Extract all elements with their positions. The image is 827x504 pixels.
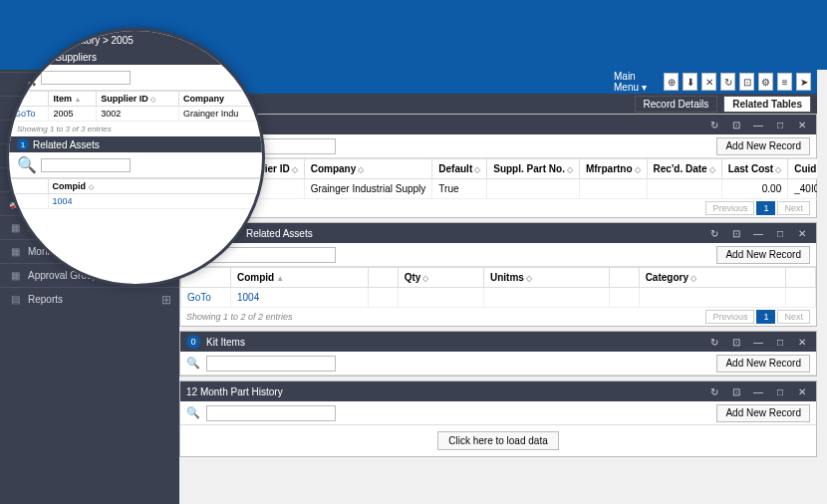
toolbar-btn-settings[interactable]: ⚙ (758, 73, 773, 91)
col-category[interactable]: Category◇ (639, 268, 786, 288)
cell-compid[interactable]: 1004 (48, 194, 261, 209)
goto-link[interactable]: GoTo (181, 288, 231, 308)
toolbar-btn-add[interactable]: ⊕ (664, 73, 679, 91)
pager-next[interactable]: Next (777, 201, 810, 215)
cell-mfr (579, 179, 647, 199)
table-icon: ▦ (8, 246, 22, 257)
search-input[interactable] (41, 71, 131, 85)
col-compid[interactable]: Compid ◇ (48, 179, 261, 194)
tab-record-details[interactable]: Record Details (635, 96, 718, 113)
table-icon: ▦ (8, 222, 22, 233)
search-input[interactable] (41, 158, 131, 172)
col-mfrpartno[interactable]: Mfrpartno◇ (579, 159, 647, 179)
col-recd-date[interactable]: Rec'd. Date◇ (647, 159, 721, 179)
sidebar-item-reports[interactable]: ▤Reports⊞ (0, 287, 179, 311)
goto-link[interactable]: GoTo (10, 107, 49, 122)
col-compid[interactable]: Compid▲ (231, 268, 369, 288)
table-row[interactable]: GoTo 3002 Grainger Industrial Supply Tru… (181, 179, 818, 199)
search-icon: 🔍 (17, 155, 37, 174)
main-menu-dropdown[interactable]: Main Menu ▾ (614, 71, 660, 93)
close-icon[interactable]: ✕ (794, 118, 810, 131)
cell-last-cost: 0.00 (721, 179, 788, 199)
top-toolbar: Main Menu ▾ ⊕ ⬇ ✕ ↻ ⊡ ⚙ ≡ ➤ (179, 70, 817, 94)
col-supplier-id[interactable]: Supplier ID ◇ (97, 92, 179, 107)
toolbar-btn-copy[interactable]: ⊡ (739, 73, 754, 91)
maximize-icon[interactable]: □ (772, 335, 788, 349)
col-unitms[interactable]: Unitms◇ (483, 268, 609, 288)
maximize-icon[interactable]: □ (772, 226, 788, 240)
cell-compid[interactable]: 1004 (231, 288, 369, 308)
col-blank3[interactable] (609, 268, 639, 288)
col-item[interactable]: Item ▲ (49, 92, 97, 107)
panel-related-assets: Related Assets ↻ ⊡ — □ ✕ 🔍 Add New Recor… (179, 222, 817, 327)
suppliers-table: Supplier ID◇ Company◇ Default◇ Suppl. Pa… (180, 158, 817, 199)
refresh-icon[interactable]: ↻ (706, 118, 722, 131)
lens-assets-header: 1 Related Assets (9, 136, 262, 152)
list-icon: ▤ (8, 294, 22, 305)
search-input[interactable] (206, 356, 336, 372)
copy-icon[interactable]: ⊡ (728, 335, 744, 349)
copy-icon[interactable]: ⊡ (728, 226, 744, 240)
close-icon[interactable]: ✕ (794, 226, 810, 240)
showing-text: Showing 1 to 2 of 2 entries (186, 312, 293, 322)
refresh-icon[interactable]: ↻ (706, 384, 722, 398)
toolbar-btn-send[interactable]: ➤ (796, 73, 811, 91)
toolbar-btn-delete[interactable]: ✕ (701, 73, 716, 91)
lens-suppliers-table: Item ▲ Supplier ID ◇ Company GoTo 2005 3… (9, 91, 262, 122)
add-new-record-button[interactable]: Add New Record (716, 355, 810, 373)
pager-next[interactable]: Next (777, 310, 810, 324)
table-row[interactable]: 1004 (10, 194, 262, 209)
table-icon: ▦ (8, 270, 22, 281)
panel-item-suppliers: ↻ ⊡ — □ ✕ 🔍 Add New Record Supplier ID◇ … (179, 114, 817, 218)
maximize-icon[interactable]: □ (772, 118, 788, 131)
search-icon: 🔍 (186, 357, 200, 370)
copy-icon[interactable]: ⊡ (728, 118, 744, 131)
close-icon[interactable]: ✕ (794, 384, 810, 398)
panel-12-month-history: 12 Month Part History ↻ ⊡ — □ ✕ 🔍 Add Ne… (179, 380, 817, 457)
count-badge: 0 (186, 335, 200, 349)
pager-page[interactable]: 1 (756, 201, 775, 215)
copy-icon[interactable]: ⊡ (728, 384, 744, 398)
maximize-icon[interactable]: □ (772, 384, 788, 398)
col-default[interactable]: Default◇ (432, 159, 487, 179)
toolbar-btn-refresh[interactable]: ↻ (720, 73, 735, 91)
col-cuid[interactable]: Cuid (788, 159, 817, 179)
pager-page[interactable]: 1 (756, 310, 775, 324)
pager-prev[interactable]: Previous (705, 310, 754, 324)
add-new-record-button[interactable]: Add New Record (716, 137, 810, 155)
refresh-icon[interactable]: ↻ (706, 226, 722, 240)
add-new-record-button[interactable]: Add New Record (716, 404, 810, 422)
col-blank2[interactable] (368, 268, 398, 288)
close-icon[interactable]: ✕ (794, 335, 810, 349)
col-qty[interactable]: Qty◇ (398, 268, 483, 288)
panel-title: Related Assets (246, 228, 313, 239)
sub-header: Record Details Related Tables (179, 94, 817, 114)
table-row[interactable]: GoTo 1004 (181, 288, 816, 308)
assets-table: Compid▲ Qty◇ Unitms◇ Category◇ GoTo 1004 (180, 267, 816, 308)
count-badge: 1 (17, 138, 29, 150)
click-to-load-button[interactable]: Click here to load data (437, 431, 559, 450)
minimize-icon[interactable]: — (750, 226, 766, 240)
minimize-icon[interactable]: — (750, 384, 766, 398)
search-input[interactable] (206, 405, 336, 421)
table-row[interactable]: GoTo 2005 3002 Grainger Indu (10, 107, 262, 122)
tab-related-tables[interactable]: Related Tables (723, 96, 811, 113)
panel-kit-items: 0 Kit Items ↻ ⊡ — □ ✕ 🔍 Add New Record (179, 331, 817, 377)
panel-title: 12 Month Part History (186, 386, 283, 397)
refresh-icon[interactable]: ↻ (706, 335, 722, 349)
col-company[interactable]: Company◇ (304, 159, 432, 179)
expand-icon[interactable]: ⊞ (161, 293, 171, 307)
lens-assets-table: Compid ◇ 1004 (9, 178, 262, 209)
toolbar-btn-download[interactable]: ⬇ (683, 73, 697, 91)
minimize-icon[interactable]: — (750, 335, 766, 349)
add-new-record-button[interactable]: Add New Record (716, 246, 810, 264)
col-suppl-part[interactable]: Suppl. Part No.◇ (487, 159, 580, 179)
pager-prev[interactable]: Previous (705, 201, 754, 215)
col-blank4[interactable] (786, 268, 816, 288)
minimize-icon[interactable]: — (750, 118, 766, 131)
col-last-cost[interactable]: Last Cost◇ (721, 159, 788, 179)
cell-default: True (432, 179, 487, 199)
search-icon: 🔍 (186, 406, 200, 419)
showing-text: Showing 1 to 3 of 3 entries (9, 122, 262, 136)
toolbar-btn-menu[interactable]: ≡ (777, 73, 792, 91)
